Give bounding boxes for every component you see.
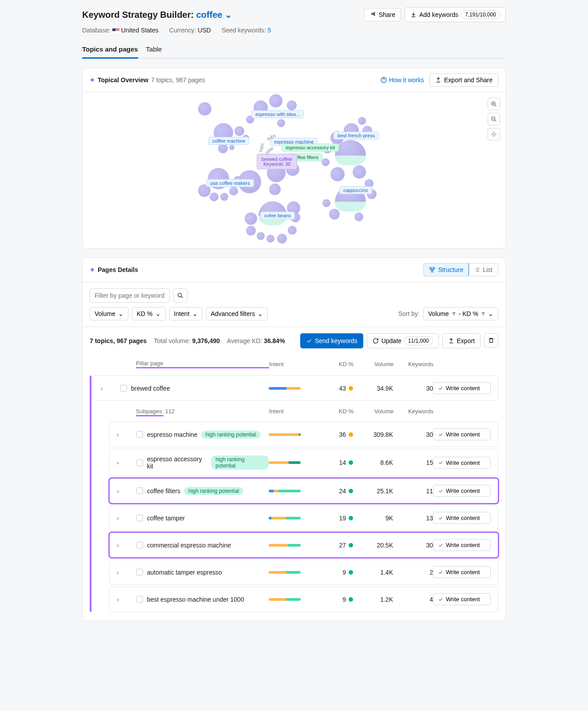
pillar-rail <box>90 375 91 612</box>
share-button[interactable]: Share <box>364 8 401 21</box>
col-pillar: Pillar page <box>136 360 269 368</box>
row-checkbox[interactable] <box>136 431 143 438</box>
cluster-label[interactable]: cofee beans <box>260 212 295 220</box>
flag-us-icon <box>112 28 119 33</box>
sparkle-icon: ✦ <box>90 76 95 84</box>
expand-icon[interactable]: › <box>117 487 136 495</box>
topical-overview-card: ✦ Topical Overview 7 topics, 967 pages H… <box>82 68 506 248</box>
expand-icon[interactable]: › <box>117 515 136 522</box>
cluster-label[interactable]: cappuccino <box>339 186 372 194</box>
how-it-works-link[interactable]: How it works <box>380 76 424 84</box>
row-checkbox[interactable] <box>136 569 143 575</box>
overview-title: ✦ Topical Overview 7 topics, 967 pages <box>90 76 205 84</box>
intent-bar <box>269 490 301 492</box>
expand-icon[interactable]: › <box>117 459 136 466</box>
sort-dropdown[interactable]: Volume - KD % ⌄ <box>423 307 498 320</box>
expand-icon[interactable]: › <box>117 431 136 438</box>
subpage-row[interactable]: › coffee filters high ranking potential … <box>109 478 498 503</box>
filter-input[interactable] <box>90 288 170 303</box>
view-toggle: Structure List <box>423 263 498 276</box>
tab-topics-pages[interactable]: Topics and pages <box>82 41 138 59</box>
page-header: Keyword Strategy Builder: coffee ⌄ Share… <box>73 0 515 59</box>
intent-bar <box>269 461 301 464</box>
write-content-button[interactable]: Write content <box>433 457 491 469</box>
kd-dot <box>349 543 353 547</box>
intent-bar <box>269 433 301 436</box>
kd-dot <box>349 460 353 465</box>
cluster-main-label[interactable]: brewed coffee Keywords: 30 <box>257 154 297 169</box>
svg-rect-8 <box>432 271 433 272</box>
topic-visualization[interactable]: espresso with stea... coffee machine usa… <box>83 92 505 248</box>
expand-icon[interactable]: › <box>117 569 136 576</box>
delete-button[interactable] <box>484 333 498 348</box>
subpage-row[interactable]: › espresso accessory kit high ranking po… <box>109 449 498 476</box>
cluster-label[interactable]: coffee machine <box>208 137 249 145</box>
export-share-button[interactable]: Export and Share <box>429 73 498 87</box>
chevron-down-icon: ⌄ <box>118 310 123 317</box>
ranking-badge: high ranking potential <box>184 487 243 495</box>
tab-table[interactable]: Table <box>146 41 162 58</box>
svg-rect-7 <box>433 268 435 269</box>
intent-bar <box>269 517 301 519</box>
subpage-row[interactable]: › commercial espresso machine 27 20.5K 3… <box>109 532 498 558</box>
chevron-down-icon: ⌄ <box>488 310 493 317</box>
row-checkbox[interactable] <box>136 515 143 521</box>
zoom-in-button[interactable] <box>488 98 500 110</box>
row-checkbox[interactable] <box>136 542 143 548</box>
write-content-button[interactable]: Write content <box>433 539 491 551</box>
download-icon <box>410 12 417 18</box>
write-content-button[interactable]: Write content <box>433 512 491 524</box>
update-button[interactable]: Update 11/1,000 <box>367 333 439 348</box>
intent-filter[interactable]: Intent ⌄ <box>169 307 203 320</box>
export-icon <box>435 77 441 83</box>
row-checkbox[interactable] <box>136 459 143 466</box>
write-content-button[interactable]: Write content <box>433 382 491 394</box>
subpage-row[interactable]: › best espresso machine under 1000 9 1.2… <box>109 587 498 612</box>
export-button[interactable]: Export <box>442 333 481 348</box>
write-content-button[interactable]: Write content <box>433 593 491 605</box>
cluster-label[interactable]: espresso accessory kit <box>282 144 339 152</box>
expand-icon[interactable]: › <box>117 542 136 549</box>
volume-filter[interactable]: Volume ⌄ <box>90 307 128 320</box>
main-tabs: Topics and pages Table <box>82 41 506 59</box>
send-keywords-button[interactable]: Send keywords <box>300 333 363 348</box>
add-keywords-button[interactable]: Add keywords 7,191/10,000 <box>405 7 506 22</box>
chevron-down-icon: ⌄ <box>258 310 263 317</box>
svg-rect-6 <box>430 268 432 269</box>
pillar-row[interactable]: › brewed coffee 43 34.9K 30 Write conten… <box>93 375 498 401</box>
row-checkbox[interactable] <box>136 487 143 494</box>
cluster-label[interactable]: usa coffee makers <box>206 179 254 187</box>
write-content-button[interactable]: Write content <box>433 566 491 578</box>
expand-icon[interactable]: › <box>117 596 136 603</box>
seed-keywords-link[interactable]: 5 <box>267 27 271 34</box>
keyword-count-pill: 7,191/10,000 <box>461 10 500 19</box>
help-icon <box>380 76 387 84</box>
intent-bar <box>269 571 301 574</box>
row-checkbox[interactable] <box>136 596 143 603</box>
search-button[interactable] <box>173 288 187 303</box>
svg-point-9 <box>178 293 182 297</box>
cluster-label[interactable]: best french press <box>334 132 379 140</box>
cluster-label[interactable]: espresso with stea... <box>251 110 304 118</box>
recenter-button[interactable] <box>488 128 500 140</box>
keyword-dropdown[interactable]: coffee ⌄ <box>196 10 232 20</box>
kd-dot <box>349 597 353 602</box>
ranking-badge: high ranking potential <box>201 431 261 439</box>
view-list[interactable]: List <box>469 264 498 276</box>
kd-dot <box>349 432 353 437</box>
intent-bar <box>269 598 301 601</box>
subpage-row[interactable]: › automatic tamper espresso 9 1.4K 2 Wri… <box>109 559 498 585</box>
header-meta: Database: United States Currency: USD Se… <box>82 27 506 34</box>
kd-filter[interactable]: KD % ⌄ <box>132 307 166 320</box>
ranking-badge: high ranking potential <box>211 455 269 470</box>
advanced-filters[interactable]: Advanced filters ⌄ <box>206 307 268 320</box>
zoom-out-button[interactable] <box>488 113 500 125</box>
subpage-row[interactable]: › espresso machine high ranking potentia… <box>109 422 498 447</box>
view-structure[interactable]: Structure <box>423 263 469 276</box>
expand-icon[interactable]: › <box>101 385 120 392</box>
subpage-row[interactable]: › coffee tamper 19 9K 13 Write content <box>109 505 498 531</box>
write-content-button[interactable]: Write content <box>433 485 491 497</box>
sparkle-icon: ✦ <box>90 266 95 273</box>
write-content-button[interactable]: Write content <box>433 428 491 440</box>
row-checkbox[interactable] <box>120 385 127 391</box>
